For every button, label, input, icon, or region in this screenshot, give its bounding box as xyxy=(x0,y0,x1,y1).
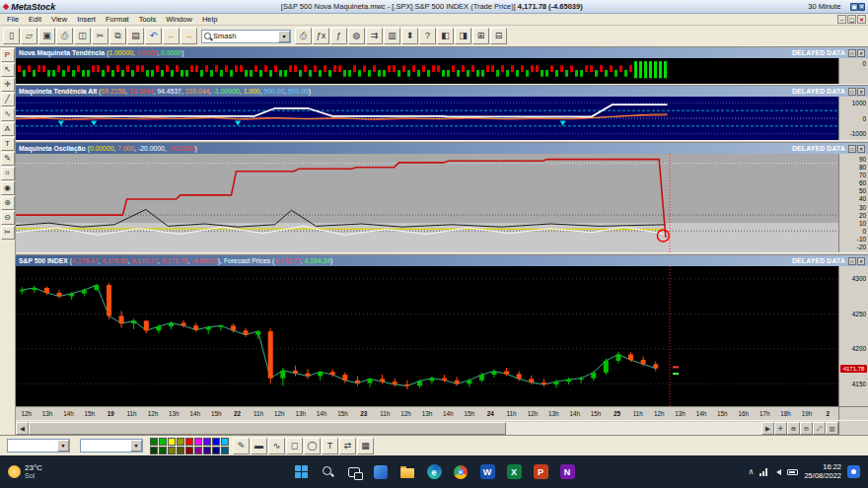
titlebar-button-0[interactable]: ▣ xyxy=(850,3,858,11)
taskbar-powerpoint-icon[interactable]: P xyxy=(530,460,551,484)
taskbar-weather-widget[interactable]: 23°C Sol xyxy=(0,463,50,480)
scroll-left-button[interactable]: ◀ xyxy=(16,422,29,435)
toolbar-formula-icon[interactable]: ƒ xyxy=(330,28,347,44)
ellipse-tool-icon[interactable]: ◉ xyxy=(1,181,15,195)
pane2-header[interactable]: Maquineta Tendência Alt (69.2156, 18.184… xyxy=(16,86,868,97)
toolbar-open-icon[interactable]: ▱ xyxy=(21,28,37,44)
chevron-down-icon[interactable]: ▾ xyxy=(278,31,290,42)
toolbar-paste-icon[interactable]: ▤ xyxy=(127,28,144,44)
scroll-right-button[interactable]: ▶ xyxy=(761,422,774,435)
search-combo-value[interactable]: Smash xyxy=(213,32,278,40)
palette-color-swatch[interactable] xyxy=(185,447,193,454)
taskbar-chrome-icon[interactable] xyxy=(450,460,471,484)
style-button-0[interactable]: ✎ xyxy=(233,438,250,454)
pane1-header[interactable]: Nova Maquineta Tendência (1.00000, 0.000… xyxy=(16,47,868,58)
pane-maximize-icon[interactable]: □ xyxy=(848,257,856,265)
line-weight-combo[interactable]: ▾ xyxy=(80,439,143,453)
pane-maximize-icon[interactable]: □ xyxy=(848,145,856,153)
toolbar-print-icon[interactable]: ⎙ xyxy=(56,28,73,44)
chart-tool-button-3[interactable]: ⤢ xyxy=(813,422,826,435)
titlebar-button-1[interactable]: ✕ xyxy=(858,3,865,11)
battery-icon[interactable] xyxy=(787,469,798,475)
menu-format[interactable]: Format xyxy=(101,15,134,24)
palette-color-swatch[interactable] xyxy=(168,447,176,454)
toolbar-copy-icon[interactable]: ⧉ xyxy=(109,28,126,44)
curve-tool-icon[interactable]: ∿ xyxy=(1,107,15,121)
toolbar-new-icon[interactable]: ▯ xyxy=(3,28,20,44)
taskbar-excel-icon[interactable]: X xyxy=(503,460,525,484)
menu-view[interactable]: View xyxy=(46,15,72,24)
palette-color-swatch[interactable] xyxy=(203,438,211,446)
palette-color-swatch[interactable] xyxy=(185,438,193,446)
toolbar-cut-icon[interactable]: ✂ xyxy=(92,28,108,44)
palette-color-swatch[interactable] xyxy=(177,438,184,446)
pane-close-icon[interactable]: ✕ xyxy=(857,145,865,153)
pane4-plot[interactable] xyxy=(16,266,838,406)
palette-color-swatch[interactable] xyxy=(159,438,167,446)
toolbar-indicator-builder-icon[interactable]: ƒx xyxy=(313,28,329,44)
pane2-plot[interactable] xyxy=(16,97,838,140)
delete-tool-icon[interactable]: ✂ xyxy=(1,226,15,240)
pane-maximize-icon[interactable]: □ xyxy=(848,88,856,96)
pane1-axis[interactable]: 0 xyxy=(838,58,868,84)
palette-color-swatch[interactable] xyxy=(150,447,158,454)
taskbar-edge-icon[interactable]: e xyxy=(423,460,445,484)
pane3-plot[interactable] xyxy=(16,154,838,252)
palette-color-swatch[interactable] xyxy=(194,438,202,446)
toolbar-layout-4-icon[interactable]: ⊟ xyxy=(490,28,507,44)
style-button-3[interactable]: ◻ xyxy=(286,438,303,454)
toolbar-save-icon[interactable]: ▣ xyxy=(38,28,55,44)
toolbar-layout-3-icon[interactable]: ⊞ xyxy=(472,28,489,44)
taskbar-onenote-icon[interactable]: N xyxy=(556,460,578,484)
child-win-button-0[interactable]: ─ xyxy=(837,15,846,24)
style-button-5[interactable]: T xyxy=(322,438,338,454)
pane2-axis[interactable]: 10000-1000 xyxy=(838,97,868,140)
power-console-icon[interactable]: P xyxy=(1,48,15,62)
taskbar-widgets-icon[interactable] xyxy=(370,460,392,484)
zoom-out-tool-icon[interactable]: ⊖ xyxy=(1,211,15,225)
menu-edit[interactable]: Edit xyxy=(24,15,46,24)
chart-tool-button-1[interactable]: ⊕ xyxy=(787,422,800,435)
taskbar-clock[interactable]: 16:22 25/08/2022 xyxy=(804,463,841,480)
menu-help[interactable]: Help xyxy=(197,15,222,24)
menu-file[interactable]: File xyxy=(2,15,24,24)
symbol-search-combo[interactable]: Smash ▾ xyxy=(201,30,291,43)
scrollbar-thumb[interactable] xyxy=(29,422,506,435)
toolbar-help-icon[interactable]: ? xyxy=(419,28,436,44)
crosshair-tool-icon[interactable]: ✛ xyxy=(1,78,15,92)
draw-tool-icon[interactable]: ✎ xyxy=(1,152,15,166)
palette-color-swatch[interactable] xyxy=(212,438,220,446)
toolbar-print-preview-icon[interactable]: ◫ xyxy=(74,28,91,44)
palette-color-swatch[interactable] xyxy=(194,447,202,454)
trendline-tool-icon[interactable]: ╱ xyxy=(1,93,15,106)
style-button-4[interactable]: ◯ xyxy=(304,438,321,454)
pane-close-icon[interactable]: ✕ xyxy=(857,257,865,265)
pointer-tool-icon[interactable]: ↖ xyxy=(1,63,15,77)
palette-color-swatch[interactable] xyxy=(177,447,184,454)
pane-maximize-icon[interactable]: □ xyxy=(848,49,856,57)
taskbar-start-icon[interactable] xyxy=(290,460,312,484)
toolbar-scaling-icon[interactable]: ⬍ xyxy=(401,28,418,44)
toolbar-print-chart-icon[interactable]: ⎙ xyxy=(295,28,312,44)
pane-close-icon[interactable]: ✕ xyxy=(857,49,865,57)
tray-chevron-icon[interactable]: ∧ xyxy=(749,467,755,476)
style-button-7[interactable]: ▦ xyxy=(357,438,374,454)
palette-color-swatch[interactable] xyxy=(221,447,229,454)
palette-color-swatch[interactable] xyxy=(159,447,167,454)
palette-color-swatch[interactable] xyxy=(150,438,158,446)
toolbar-forward-icon[interactable]: → xyxy=(181,28,197,44)
palette-color-swatch[interactable] xyxy=(212,447,220,454)
toolbar-scan-icon[interactable]: ⇉ xyxy=(366,28,383,44)
network-icon[interactable] xyxy=(760,468,767,476)
menu-tools[interactable]: Tools xyxy=(134,15,162,24)
chart-tool-button-0[interactable]: ✛ xyxy=(774,422,787,435)
pane-close-icon[interactable]: ✕ xyxy=(857,88,865,96)
line-style-combo[interactable]: ▾ xyxy=(7,439,70,453)
toolbar-layout-1-icon[interactable]: ◧ xyxy=(437,28,454,44)
palette-color-swatch[interactable] xyxy=(221,438,229,446)
pane4-axis[interactable]: 43004250420041504171.78 xyxy=(838,266,868,406)
pane3-header[interactable]: Maquineta Oscilação (0.00000, 7.000, -20… xyxy=(16,143,868,154)
zoom-in-tool-icon[interactable]: ⊕ xyxy=(1,196,15,210)
toolbar-back-icon[interactable]: ← xyxy=(163,28,180,44)
toolbar-layout-2-icon[interactable]: ◨ xyxy=(455,28,471,44)
